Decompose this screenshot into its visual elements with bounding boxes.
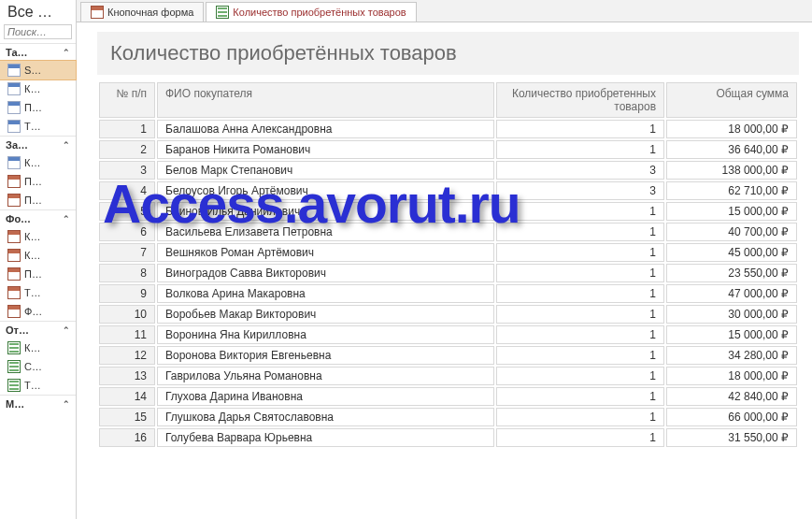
- nav-section-header[interactable]: Фо…⌃: [0, 210, 76, 227]
- nav-section-header[interactable]: М…⌃: [0, 396, 76, 412]
- cell-n: 1: [99, 120, 155, 138]
- nav-item[interactable]: К…: [0, 79, 76, 98]
- nav-item[interactable]: Т…: [0, 283, 76, 302]
- nav-item[interactable]: П…: [0, 265, 76, 283]
- navigation-pane: Все … Та…⌃S…К…П…Т…За…⌃К…П…П…Фо…⌃К…К…П…Т……: [0, 0, 77, 519]
- nav-item-label: Т…: [24, 380, 41, 391]
- cell-name: Воронина Яна Кирилловна: [157, 325, 494, 344]
- table-icon: [7, 120, 21, 133]
- nav-section-header[interactable]: От…⌃: [0, 322, 76, 339]
- cell-qty: 1: [496, 346, 664, 365]
- nav-item[interactable]: К…: [0, 227, 76, 246]
- search-input[interactable]: [4, 24, 72, 39]
- table-row: 15Глушкова Дарья Святославовна166 000,00…: [99, 408, 797, 426]
- cell-qty: 1: [496, 325, 664, 344]
- main-area: Кнопочная формаКоличество приобретённых …: [77, 0, 812, 519]
- form-icon: [7, 249, 21, 262]
- table-row: 1Балашова Анна Александровна118 000,00 ₽: [99, 120, 797, 138]
- nav-item[interactable]: Ф…: [0, 302, 76, 321]
- nav-item-label: П…: [24, 195, 42, 206]
- chevron-up-icon: ⌃: [63, 325, 70, 335]
- report-icon: [216, 6, 229, 19]
- cell-name: Глушкова Дарья Святославовна: [157, 408, 494, 426]
- cell-name: Волкова Арина Макаровна: [157, 284, 494, 303]
- cell-n: 13: [99, 367, 155, 385]
- nav-item[interactable]: П…: [0, 98, 76, 117]
- table-row: 13Гаврилова Ульяна Романовна118 000,00 ₽: [99, 367, 797, 385]
- nav-item[interactable]: К…: [0, 339, 76, 357]
- cell-name: Белоусов Игорь Артёмович: [157, 181, 494, 200]
- cell-sum: 36 640,00 ₽: [666, 140, 797, 159]
- cell-sum: 45 000,00 ₽: [666, 243, 797, 262]
- nav-item[interactable]: S…: [0, 61, 76, 79]
- cell-sum: 15 000,00 ₽: [666, 325, 797, 344]
- nav-item-label: S…: [24, 65, 41, 76]
- table-row: 14Глухова Дарина Ивановна142 840,00 ₽: [99, 387, 797, 406]
- col-header-sum: Общая сумма: [666, 82, 797, 118]
- cell-n: 14: [99, 387, 155, 406]
- form-icon: [7, 267, 21, 281]
- cell-sum: 30 000,00 ₽: [666, 305, 797, 324]
- cell-sum: 138 000,00 ₽: [666, 161, 797, 180]
- cell-qty: 3: [496, 181, 664, 200]
- cell-name: Голубева Варвара Юрьевна: [157, 428, 494, 447]
- cell-sum: 23 550,00 ₽: [666, 264, 797, 282]
- cell-qty: 1: [496, 140, 664, 159]
- report-title: Количество приобретённых товаров: [97, 32, 799, 75]
- nav-item[interactable]: П…: [0, 191, 76, 209]
- report-icon: [7, 379, 21, 392]
- cell-n: 16: [99, 428, 155, 447]
- table-row: 6Васильева Елизавета Петровна140 700,00 …: [99, 223, 797, 241]
- nav-item[interactable]: Т…: [0, 376, 76, 395]
- cell-qty: 1: [496, 223, 664, 241]
- nav-item-label: К…: [24, 250, 40, 261]
- cell-sum: 34 280,00 ₽: [666, 346, 797, 365]
- cell-n: 2: [99, 140, 155, 159]
- nav-section-header[interactable]: За…⌃: [0, 137, 76, 153]
- chevron-up-icon: ⌃: [63, 140, 70, 150]
- cell-qty: 1: [496, 284, 664, 303]
- cell-sum: 40 700,00 ₽: [666, 223, 797, 241]
- nav-item[interactable]: С…: [0, 357, 76, 376]
- nav-item-label: П…: [24, 102, 42, 113]
- cell-n: 4: [99, 181, 155, 200]
- cell-qty: 1: [496, 243, 664, 262]
- cell-name: Белов Марк Степанович: [157, 161, 494, 180]
- cell-name: Блинов Илья Даниилович: [157, 202, 494, 221]
- cell-sum: 18 000,00 ₽: [666, 120, 797, 138]
- nav-item-label: К…: [24, 83, 40, 94]
- table-row: 16Голубева Варвара Юрьевна131 550,00 ₽: [99, 428, 797, 447]
- cell-qty: 1: [496, 367, 664, 385]
- cell-qty: 1: [496, 305, 664, 324]
- nav-item[interactable]: Т…: [0, 117, 76, 136]
- nav-item[interactable]: П…: [0, 172, 76, 191]
- cell-name: Воробьев Макар Викторович: [157, 305, 494, 324]
- cell-n: 3: [99, 161, 155, 180]
- nav-item[interactable]: К…: [0, 246, 76, 265]
- cell-qty: 1: [496, 428, 664, 447]
- nav-section-header[interactable]: Та…⌃: [0, 44, 76, 61]
- nav-title: Все …: [0, 0, 76, 22]
- nav-item-label: Т…: [24, 287, 41, 298]
- nav-item-label: К…: [24, 342, 40, 353]
- table-row: 4Белоусов Игорь Артёмович362 710,00 ₽: [99, 181, 797, 200]
- table-row: 10Воробьев Макар Викторович130 000,00 ₽: [99, 305, 797, 324]
- report-viewport[interactable]: Количество приобретённых товаров № п/п Ф…: [77, 22, 812, 519]
- nav-item[interactable]: К…: [0, 153, 76, 172]
- table-row: 7Вешняков Роман Артёмович145 000,00 ₽: [99, 243, 797, 262]
- nav-search[interactable]: [4, 24, 72, 39]
- nav-item-label: П…: [24, 176, 42, 187]
- document-tab[interactable]: Количество приобретённых товаров: [206, 2, 416, 22]
- table-row: 11Воронина Яна Кирилловна115 000,00 ₽: [99, 325, 797, 344]
- report-icon: [7, 360, 21, 373]
- document-tab[interactable]: Кнопочная форма: [80, 2, 204, 22]
- cell-n: 5: [99, 202, 155, 221]
- form-icon: [7, 194, 21, 207]
- cell-sum: 62 710,00 ₽: [666, 181, 797, 200]
- cell-qty: 3: [496, 161, 664, 180]
- cell-sum: 47 000,00 ₽: [666, 284, 797, 303]
- cell-name: Вешняков Роман Артёмович: [157, 243, 494, 262]
- form-icon: [7, 230, 21, 243]
- document-tabs: Кнопочная формаКоличество приобретённых …: [77, 0, 812, 22]
- table-icon: [7, 101, 21, 114]
